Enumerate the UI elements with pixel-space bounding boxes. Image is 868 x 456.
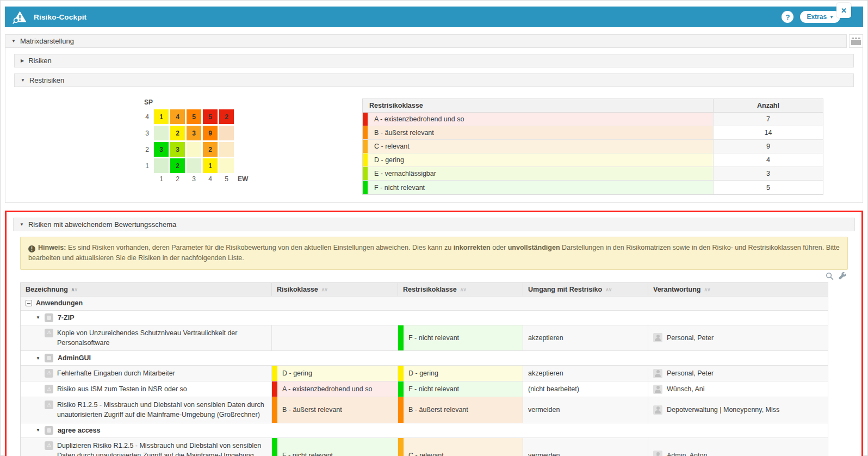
- collapse-icon[interactable]: [26, 300, 32, 306]
- column-header-verantwortung[interactable]: Verantwortung∧∨: [648, 283, 828, 296]
- subgroup-row[interactable]: ▼AdminGUI: [21, 350, 828, 365]
- caret-down-icon[interactable]: ▼: [11, 39, 16, 44]
- risikoklasse-badge: A - existenzbedrohend und so: [272, 381, 398, 397]
- app-header: Risiko-Cockpit ? Extras ▼: [5, 7, 863, 27]
- application-icon: [45, 426, 53, 435]
- sort-icon: ∧∨: [71, 287, 77, 292]
- class-count: 14: [713, 126, 823, 139]
- column-header-bezeichnung[interactable]: Bezeichnung∧∨: [21, 283, 272, 296]
- matrix-cell[interactable]: 4: [170, 109, 185, 124]
- caret-down-icon[interactable]: ▼: [36, 428, 40, 433]
- group-row-anwendungen[interactable]: Anwendungen: [21, 296, 828, 310]
- grid-icon: [851, 38, 861, 45]
- risk-name: Risiko aus ISM zum Testen in NSR oder so: [57, 384, 187, 394]
- matrix-cell[interactable]: 3: [187, 126, 201, 140]
- risk-row[interactable]: ⚠Kopie von Unzureichendes Schutzniveau V…: [21, 325, 828, 350]
- layout-grid-button[interactable]: [849, 34, 863, 48]
- class-count: 7: [713, 113, 823, 126]
- restrisikoklasse-row[interactable]: B - äußerst relevant14: [363, 126, 823, 140]
- class-label: F - nicht relevant: [374, 184, 425, 192]
- matrix-cell: [219, 126, 234, 140]
- caret-down-icon[interactable]: ▼: [36, 356, 40, 361]
- matrix-cell[interactable]: 3: [170, 142, 185, 157]
- caret-down-icon[interactable]: ▼: [36, 315, 40, 320]
- abweichend-section-highlight: ▼ Risiken mit abweichendem Bewertungssch…: [5, 211, 863, 456]
- matrix-cell: [187, 158, 201, 173]
- class-label: E - vernachlässigbar: [374, 170, 436, 177]
- sort-icon: ∧∨: [704, 287, 710, 292]
- matrix-cell[interactable]: 9: [203, 126, 218, 140]
- class-color-stripe: [363, 153, 368, 167]
- class-count: 9: [713, 140, 823, 153]
- restrisikoklassen-table: Restrisikoklasse Anzahl A - existenzbedr…: [362, 98, 823, 195]
- matrix-cell: [154, 158, 169, 173]
- column-header-restrisikoklasse[interactable]: Restrisikoklasse∧∨: [398, 283, 523, 296]
- restrisikoklasse-row[interactable]: A - existenzbedrohend und so7: [363, 113, 823, 126]
- subgroup-row[interactable]: ▼agree access: [21, 423, 828, 437]
- section-header-matrixdarstellung[interactable]: ▼ Matrixdarstellung: [5, 34, 847, 48]
- matrix-col-label: 1: [154, 175, 169, 183]
- section-header-risiken[interactable]: ▶ Risiken: [14, 54, 854, 67]
- subgroup-label: 7-ZIP: [58, 314, 75, 322]
- matrix-row-label: 3: [141, 130, 154, 137]
- wrench-icon[interactable]: [839, 272, 847, 280]
- sort-icon: ∧∨: [460, 287, 466, 292]
- risk-row[interactable]: ⚠Duplizieren Risiko R1.2.5 - Missbrauch …: [21, 437, 828, 456]
- verantwortung-value: Depotverwaltung | Moneypenny, Miss: [667, 406, 779, 414]
- extras-button[interactable]: Extras ▼: [800, 11, 840, 23]
- restrisikoklasse-badge: D - gering: [398, 366, 523, 381]
- help-button[interactable]: ?: [782, 11, 793, 23]
- restrisikoklasse-row[interactable]: F - nicht relevant5: [363, 181, 823, 194]
- matrix-cell[interactable]: 2: [219, 109, 234, 124]
- risk-warning-icon: ⚠: [45, 369, 53, 378]
- restrisikoklasse-badge: F - nicht relevant: [398, 381, 523, 397]
- restrisikoklasse-row[interactable]: C - relevant9: [363, 140, 823, 153]
- caret-down-icon[interactable]: ▼: [21, 78, 25, 83]
- column-header-umgang-mit-restrisiko[interactable]: Umgang mit Restrisiko∧∨: [523, 283, 648, 296]
- matrix-cell: [219, 142, 234, 157]
- risk-row[interactable]: ⚠Risiko R1.2.5 - Missbrauch und Diebstah…: [21, 397, 828, 422]
- class-color-stripe: [363, 126, 368, 139]
- class-label: C - relevant: [374, 143, 410, 150]
- class-color-stripe: [363, 181, 368, 194]
- matrix-col-label: 3: [187, 175, 201, 183]
- column-header-anzahl: Anzahl: [713, 99, 823, 112]
- risk-warning-icon: ⚠: [45, 400, 53, 409]
- group-label: Anwendungen: [36, 299, 83, 307]
- restrisikoklasse-row[interactable]: E - vernachlässigbar3: [363, 167, 823, 181]
- column-header-risikoklasse[interactable]: Risikoklasse∧∨: [272, 283, 398, 296]
- risk-row[interactable]: ⚠Risiko aus ISM zum Testen in NSR oder s…: [21, 381, 828, 397]
- caret-right-icon[interactable]: ▶: [21, 58, 24, 63]
- matrix-cell[interactable]: 3: [154, 142, 169, 157]
- column-header-restrisikoklasse: Restrisikoklasse: [363, 99, 713, 112]
- class-label: A - existenzbedrohend und so: [374, 115, 464, 123]
- verantwortung-value: Admin, Anton: [667, 452, 707, 456]
- application-icon: [45, 313, 53, 322]
- matrixdarstellung-panel: ▶ Risiken ▼ Restrisiken SP 4145523239233…: [5, 48, 863, 203]
- matrix-cell[interactable]: 1: [203, 158, 218, 173]
- matrix-cell[interactable]: 5: [203, 109, 218, 124]
- matrix-cell[interactable]: 2: [170, 126, 185, 140]
- matrix-cell[interactable]: 2: [170, 158, 185, 173]
- app-title: Risiko-Cockpit: [34, 13, 86, 21]
- class-color-stripe: [398, 381, 404, 397]
- risk-name: Fehlerhafte Eingaben durch Mitarbeiter: [57, 368, 175, 378]
- restrisikoklasse-row[interactable]: D - gering4: [363, 153, 823, 167]
- table-header-row: Restrisikoklasse Anzahl: [363, 99, 823, 113]
- matrix-cell[interactable]: 1: [154, 109, 169, 124]
- subgroup-row[interactable]: ▼7-ZIP: [21, 310, 828, 325]
- subgroup-label: AdminGUI: [58, 354, 91, 362]
- caret-down-icon[interactable]: ▼: [20, 222, 24, 227]
- section-header-restrisiken[interactable]: ▼ Restrisiken: [14, 73, 854, 87]
- risk-row[interactable]: ⚠Fehlerhafte Eingaben durch MitarbeiterD…: [21, 365, 828, 381]
- search-icon[interactable]: [826, 272, 834, 280]
- matrix-col-label: 4: [203, 175, 218, 183]
- matrix-cell[interactable]: 2: [203, 142, 218, 157]
- restrisikoklasse-badge: F - nicht relevant: [398, 325, 523, 350]
- class-color-stripe: [398, 325, 404, 350]
- matrix-cell[interactable]: 5: [187, 109, 201, 124]
- close-button[interactable]: ✕: [836, 3, 851, 18]
- risikoklasse-badge: F - nicht relevant: [272, 438, 398, 456]
- section-header-abweichend[interactable]: ▼ Risiken mit abweichendem Bewertungssch…: [13, 218, 855, 231]
- class-color-stripe: [272, 366, 277, 381]
